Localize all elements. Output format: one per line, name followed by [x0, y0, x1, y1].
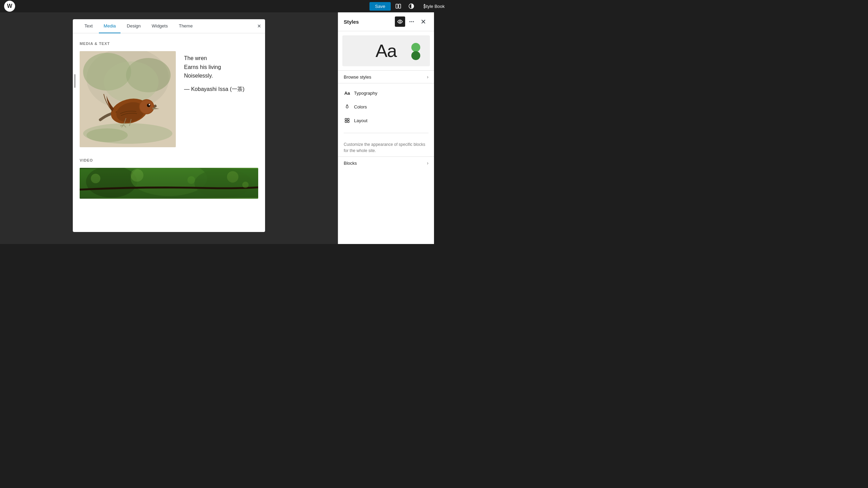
nav-item-typography[interactable]: Aa Typography — [338, 86, 434, 100]
wp-logo[interactable]: W — [4, 1, 15, 12]
sidebar-header-actions — [395, 16, 429, 27]
main-area: Text Media Design Widgets Theme × MEDIA … — [0, 12, 434, 244]
sidebar-divider — [344, 133, 429, 133]
right-sidebar: Styles — [338, 12, 434, 244]
svg-rect-40 — [347, 118, 349, 120]
svg-point-35 — [411, 21, 412, 22]
svg-rect-1 — [399, 4, 401, 8]
tab-media[interactable]: Media — [99, 19, 121, 33]
close-sidebar-button[interactable] — [418, 16, 429, 27]
blocks-label: Blocks — [344, 161, 357, 166]
svg-point-34 — [410, 21, 411, 22]
poem-line-2: Earns his living — [184, 63, 244, 72]
poem-line-3: Noiselessly. — [184, 71, 244, 80]
close-button[interactable]: × — [257, 23, 261, 29]
svg-rect-0 — [396, 4, 398, 8]
tab-text[interactable]: Text — [80, 19, 98, 33]
sidebar-nav: Aa Typography Colors — [338, 83, 434, 130]
preview-color-dot-2 — [411, 51, 420, 60]
nav-item-left: Colors — [344, 103, 367, 110]
contrast-toggle-button[interactable] — [406, 1, 417, 12]
media-text-label: MEDIA & TEXT — [80, 42, 258, 46]
canvas-area: Text Media Design Widgets Theme × MEDIA … — [0, 12, 338, 244]
browse-styles-row[interactable]: Browse styles › — [338, 70, 434, 83]
preview-typography: Aa — [376, 40, 397, 61]
poem-line-1: The wren — [184, 54, 244, 63]
nav-item-colors[interactable]: Colors — [338, 100, 434, 114]
colors-icon — [344, 103, 351, 110]
svg-point-16 — [149, 104, 150, 105]
typography-label: Typography — [354, 91, 377, 96]
more-horizontal-icon — [409, 19, 414, 24]
drop-icon — [344, 104, 350, 109]
svg-rect-41 — [345, 121, 347, 123]
columns-icon — [395, 3, 401, 9]
svg-point-15 — [147, 104, 150, 107]
layout-grid-icon — [344, 118, 350, 123]
tab-design[interactable]: Design — [122, 19, 145, 33]
app-title: Style Book — [423, 4, 434, 9]
tab-theme[interactable]: Theme — [174, 19, 197, 33]
blocks-chevron-icon: › — [427, 160, 429, 166]
media-text-block: The wren Earns his living Noiselessly. —… — [80, 51, 258, 147]
video-overlay — [80, 168, 258, 199]
layout-toggle-button[interactable] — [393, 1, 404, 12]
style-preview: Aa — [342, 35, 430, 66]
save-button[interactable]: Save — [369, 2, 391, 11]
sidebar-header: Styles — [338, 12, 434, 31]
poem-author: — Kobayashi Issa (一茶) — [184, 86, 244, 93]
blocks-row[interactable]: Blocks › — [338, 156, 434, 169]
more-options-button[interactable] — [407, 16, 417, 27]
colors-label: Colors — [354, 104, 367, 109]
browse-styles-chevron-icon: › — [427, 74, 429, 80]
layout-icon — [344, 117, 351, 124]
tabs-bar: Text Media Design Widgets Theme × — [73, 19, 265, 33]
svg-rect-42 — [347, 121, 349, 123]
top-bar-left: W — [4, 1, 15, 12]
nav-item-layout[interactable]: Layout — [338, 114, 434, 127]
nav-item-left: Layout — [344, 117, 367, 124]
svg-point-36 — [413, 21, 414, 22]
typography-icon: Aa — [344, 90, 351, 96]
eye-button[interactable] — [395, 16, 405, 27]
svg-point-33 — [399, 21, 401, 23]
svg-rect-39 — [345, 118, 347, 120]
top-bar: W Style Book Save — [0, 0, 434, 12]
style-book-panel: Text Media Design Widgets Theme × MEDIA … — [73, 19, 265, 232]
media-text-section: MEDIA & TEXT — [80, 42, 258, 147]
bird-illustration — [80, 51, 176, 147]
poem-content: The wren Earns his living Noiselessly. —… — [184, 51, 244, 93]
top-bar-right: Save — [369, 1, 430, 12]
svg-point-14 — [140, 100, 153, 114]
eye-icon — [397, 19, 403, 25]
close-icon — [421, 19, 426, 24]
layout-label: Layout — [354, 118, 367, 123]
bird-image — [80, 51, 176, 147]
browse-styles-label: Browse styles — [344, 74, 371, 80]
contrast-icon — [408, 3, 414, 9]
svg-point-23 — [87, 128, 128, 142]
customize-text: Customize the appearance of specific blo… — [338, 136, 434, 156]
svg-point-10 — [104, 61, 159, 103]
style-book-content: MEDIA & TEXT — [73, 33, 265, 207]
video-placeholder — [80, 168, 258, 199]
tab-widgets[interactable]: Widgets — [147, 19, 173, 33]
nav-item-left: Aa Typography — [344, 90, 377, 96]
video-label: VIDEO — [80, 158, 258, 162]
left-scrollbar[interactable] — [74, 74, 76, 88]
preview-color-dot-1 — [411, 43, 420, 52]
sidebar-title: Styles — [344, 19, 359, 25]
video-section: VIDEO — [80, 158, 258, 199]
